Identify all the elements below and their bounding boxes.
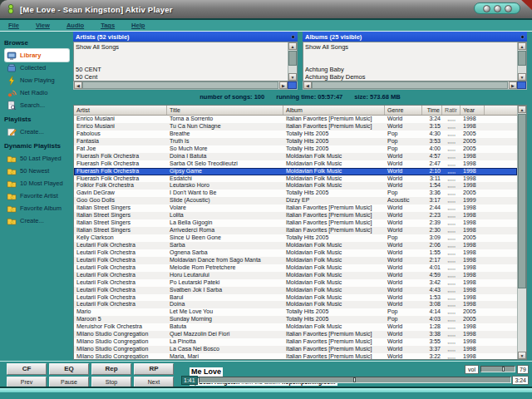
col-header-title[interactable]: Title	[167, 106, 283, 115]
scroll-left-button[interactable]: ◀	[303, 81, 312, 89]
table-row[interactable]: Goo Goo DollsSlide (Acoustic)Dizzy EPAco…	[74, 197, 517, 204]
table-row[interactable]: Folklor Folk OrchestraLeutarsko HoroMold…	[74, 182, 517, 190]
close-button[interactable]	[505, 5, 512, 12]
scrollbar-thumb[interactable]	[288, 51, 297, 66]
sidebar-item-now-playing[interactable]: Now Playing	[5, 74, 69, 86]
sidebar-item-collected[interactable]: Collected	[5, 62, 69, 74]
seek-slider[interactable]	[199, 377, 512, 383]
table-row[interactable]: Leutarii Folk OrchestraPo Leutarski Pate…	[74, 279, 517, 287]
table-row[interactable]: Fluerash Folk OrchestraEsdatchiMoldavian…	[74, 175, 517, 183]
list-item[interactable]: Achtung Baby Demos	[305, 73, 515, 81]
col-header-genre[interactable]: Genre	[385, 106, 422, 115]
sidebar-item-search[interactable]: Search...	[5, 99, 69, 111]
scrollbar-thumb[interactable]	[518, 114, 526, 288]
menu-help[interactable]: Help	[131, 22, 145, 29]
table-row[interactable]: Leutarii Folk OrchestraHoru LeutaruluiMo…	[74, 272, 517, 279]
scroll-up-button[interactable]: ▲	[518, 42, 526, 50]
table-row[interactable]: Leutarii Folk OrchestraMelodie Rom Petre…	[74, 264, 517, 272]
albums-horizontal-scrollbar[interactable]: ◀ ▶	[303, 81, 527, 90]
table-row[interactable]: Leutarii Folk OrchestraSarbaMoldavian Fo…	[74, 242, 517, 249]
table-row[interactable]: Leutarii Folk OrchestraOgnena SarbaMolda…	[74, 249, 517, 257]
maximize-button[interactable]	[494, 5, 501, 12]
table-row[interactable]: Milano Studio CongregationLa PinottaItal…	[74, 338, 517, 346]
rp-button[interactable]: RP	[134, 363, 174, 375]
table-row[interactable]: Gavin DeGrawI Don't Want to BeTotally Hi…	[74, 190, 517, 197]
scroll-left-button[interactable]: ◀	[74, 81, 82, 89]
rating-cell: ,,,,,	[442, 316, 461, 323]
table-row[interactable]: Fat JoeSo Much MoreTotally Hits 2005Pop4…	[74, 145, 517, 153]
scroll-up-button[interactable]: ▲	[518, 106, 526, 113]
scroll-down-button[interactable]: ▼	[288, 73, 297, 81]
table-row[interactable]: Fluerash Folk OrchestraSarba Ot Selo Tre…	[74, 160, 517, 168]
table-row[interactable]: Enrico MusianiTorna a SorrentoItalian Fa…	[74, 116, 517, 123]
scroll-up-button[interactable]: ▲	[288, 42, 297, 50]
volume-thumb[interactable]	[502, 367, 505, 372]
table-row[interactable]: Fluerash Folk OrchestraGipsy GameMoldavi…	[74, 168, 517, 175]
sidebar-item-50-newest[interactable]: 50 Newest	[5, 165, 69, 177]
scroll-right-button[interactable]: ▶	[279, 81, 288, 89]
table-row[interactable]: FantasiaTruth IsTotally Hits 2005Pop3:53…	[74, 138, 517, 145]
table-row[interactable]: FabolousBreatheTotally Hits 2005Pop4:30,…	[74, 131, 517, 138]
sidebar-item-favorite-album[interactable]: Favorite Album	[5, 202, 69, 214]
table-row[interactable]: Leutarii Folk OrchestraBarulMoldavian Fo…	[74, 294, 517, 302]
table-row[interactable]: Milano Studio CongregationQuel Mazzolin …	[74, 331, 517, 338]
table-row[interactable]: Italian Street SingersLolitaItalian Favo…	[74, 212, 517, 219]
table-row[interactable]: Italian Street SingersLa Bella GigoginIt…	[74, 219, 517, 227]
table-row[interactable]: Fluerash Folk OrchestraDoina I BatutaMol…	[74, 153, 517, 160]
panel-collapse-button[interactable]	[291, 35, 295, 39]
table-row[interactable]: Meruishor Folk OrchestraBatutaMoldavian …	[74, 323, 517, 331]
eq-button[interactable]: EQ	[49, 363, 89, 375]
genre-cell: Pop	[385, 190, 422, 197]
list-item[interactable]: Show All Songs	[305, 43, 515, 51]
artist-cell: Leutarii Folk Orchestra	[74, 249, 167, 257]
scroll-down-button[interactable]: ▼	[518, 352, 526, 359]
col-header-artist[interactable]: Artist	[74, 106, 167, 115]
rep-button[interactable]: Rep	[91, 363, 131, 375]
scroll-down-button[interactable]: ▼	[518, 73, 526, 81]
table-row[interactable]: Leutarii Folk OrchestraSvatben Jok I Sar…	[74, 287, 517, 294]
list-item[interactable]: 50 CENT	[76, 66, 286, 73]
list-item[interactable]: Achtung Baby	[305, 66, 515, 73]
table-vertical-scrollbar[interactable]: ▲ ▼	[517, 106, 526, 359]
menu-view[interactable]: View	[36, 22, 50, 29]
sidebar-item-50-last-played[interactable]: 50 Last Played	[5, 152, 69, 165]
albums-vertical-scrollbar[interactable]: ▲ ▼	[517, 42, 526, 81]
table-row[interactable]: Kelly ClarksonSince U Been GoneTotally H…	[74, 234, 517, 242]
scrollbar-thumb[interactable]	[518, 51, 526, 66]
artists-horizontal-scrollbar[interactable]: ◀ ▶	[73, 81, 298, 90]
sidebar-item-library[interactable]: Library	[5, 49, 69, 62]
table-row[interactable]: Leutarii Folk OrchestraDoinaMoldavian Fo…	[74, 301, 517, 308]
minimize-button[interactable]	[483, 5, 490, 12]
col-header-year[interactable]: Year	[461, 106, 485, 115]
scrollbar-thumb[interactable]	[82, 81, 278, 89]
menu-file[interactable]: File	[8, 22, 19, 29]
col-header-time[interactable]: Time	[422, 106, 442, 115]
table-row[interactable]: Milano Studio CongregationMaria, MariIta…	[74, 353, 517, 359]
scrollbar-thumb[interactable]	[312, 81, 508, 89]
col-header-ratir[interactable]: Ratir	[442, 106, 461, 115]
sidebar-item-net-radio[interactable]: Net Radio	[5, 86, 69, 99]
scroll-right-button[interactable]: ▶	[509, 81, 517, 89]
table-row[interactable]: MarioLet Me Love YouTotally Hits 2005Pop…	[74, 308, 517, 316]
panel-collapse-button[interactable]	[520, 35, 525, 39]
sidebar-item-10-most-played[interactable]: 10 Most Played	[5, 177, 69, 190]
menu-tags[interactable]: Tags	[101, 22, 115, 29]
table-row[interactable]: Leutarii Folk OrchestraMoldavian Dance f…	[74, 257, 517, 264]
genre-cell: World	[385, 272, 422, 279]
table-row[interactable]: Maroon 5Sunday MorningTotally Hits 2005P…	[74, 316, 517, 323]
artists-vertical-scrollbar[interactable]: ▲ ▼	[288, 42, 297, 81]
menu-audio[interactable]: Audio	[66, 22, 84, 29]
col-header-album[interactable]: Album	[283, 106, 385, 115]
sidebar-item-create[interactable]: Create...	[5, 126, 69, 138]
list-item[interactable]: Show All Songs	[76, 43, 286, 51]
cf-button[interactable]: CF	[7, 363, 47, 375]
table-row[interactable]: Italian Street SingersArrivederci RomaIt…	[74, 227, 517, 234]
volume-slider[interactable]	[480, 366, 515, 372]
table-row[interactable]: Milano Studio CongregationLa Casa Nel Bo…	[74, 346, 517, 353]
list-item[interactable]: 50 Cent	[76, 73, 286, 81]
sidebar-item-favorite-artist[interactable]: Favorite Artist	[5, 190, 69, 202]
seek-thumb[interactable]	[353, 377, 356, 382]
table-row[interactable]: Italian Street SingersVolareItalian Favo…	[74, 204, 517, 212]
sidebar-item-create[interactable]: Create...	[5, 214, 69, 227]
table-row[interactable]: Enrico MusianiTu Ca Nun ChiagneItalian F…	[74, 123, 517, 131]
